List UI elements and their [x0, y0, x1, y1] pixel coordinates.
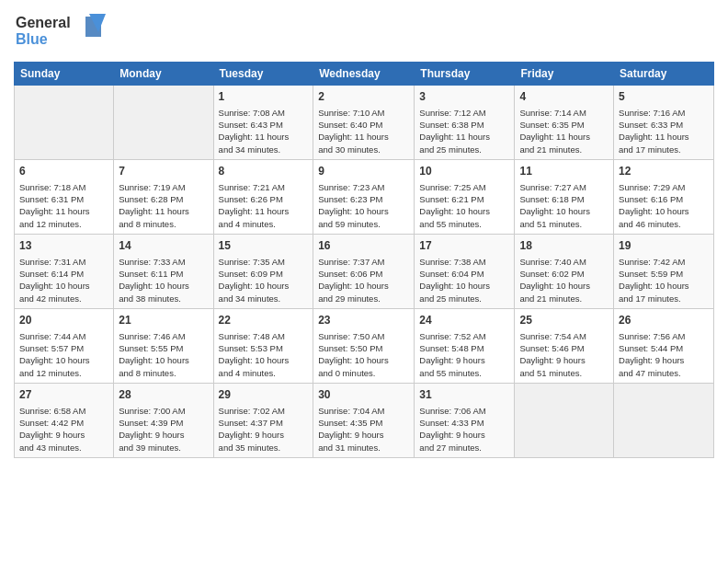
day-number: 30 [318, 387, 409, 403]
calendar-cell: 23Sunrise: 7:50 AM Sunset: 5:50 PM Dayli… [313, 308, 415, 383]
calendar-cell: 4Sunrise: 7:14 AM Sunset: 6:35 PM Daylig… [515, 86, 614, 160]
day-number: 12 [619, 164, 709, 179]
weekday-header-sunday: Sunday [15, 63, 114, 86]
day-info: Sunrise: 7:04 AM Sunset: 4:35 PM Dayligh… [318, 405, 409, 454]
calendar-cell: 28Sunrise: 7:00 AM Sunset: 4:39 PM Dayli… [114, 383, 213, 457]
day-info: Sunrise: 7:00 AM Sunset: 4:39 PM Dayligh… [119, 405, 208, 454]
calendar-cell [15, 86, 114, 160]
day-info: Sunrise: 7:06 AM Sunset: 4:33 PM Dayligh… [419, 405, 509, 454]
day-number: 16 [318, 238, 409, 254]
svg-text:Blue: Blue [16, 31, 48, 47]
day-info: Sunrise: 7:25 AM Sunset: 6:21 PM Dayligh… [419, 181, 509, 230]
day-number: 21 [119, 313, 208, 328]
calendar-cell: 5Sunrise: 7:16 AM Sunset: 6:33 PM Daylig… [614, 86, 714, 160]
calendar-cell: 22Sunrise: 7:48 AM Sunset: 5:53 PM Dayli… [213, 308, 313, 383]
logo-text: General Blue [14, 9, 115, 54]
calendar-week-row: 1Sunrise: 7:08 AM Sunset: 6:43 PM Daylig… [15, 86, 714, 160]
weekday-header-monday: Monday [114, 63, 213, 86]
weekday-header-wednesday: Wednesday [313, 63, 415, 86]
day-info: Sunrise: 7:38 AM Sunset: 6:04 PM Dayligh… [419, 256, 509, 304]
day-info: Sunrise: 7:40 AM Sunset: 6:02 PM Dayligh… [519, 256, 609, 304]
day-number: 3 [419, 89, 509, 105]
day-number: 27 [19, 387, 108, 403]
day-number: 4 [519, 89, 609, 105]
day-number: 14 [119, 238, 208, 254]
day-number: 31 [419, 387, 509, 403]
calendar-cell [114, 86, 213, 160]
day-info: Sunrise: 7:16 AM Sunset: 6:33 PM Dayligh… [619, 107, 709, 155]
day-info: Sunrise: 7:23 AM Sunset: 6:23 PM Dayligh… [318, 181, 409, 230]
day-info: Sunrise: 7:46 AM Sunset: 5:55 PM Dayligh… [119, 330, 208, 379]
day-number: 20 [19, 313, 108, 328]
calendar-cell: 2Sunrise: 7:10 AM Sunset: 6:40 PM Daylig… [313, 86, 415, 160]
day-info: Sunrise: 7:27 AM Sunset: 6:18 PM Dayligh… [519, 181, 609, 230]
calendar-cell: 21Sunrise: 7:46 AM Sunset: 5:55 PM Dayli… [114, 308, 213, 383]
calendar-cell: 6Sunrise: 7:18 AM Sunset: 6:31 PM Daylig… [15, 159, 114, 234]
calendar-cell: 12Sunrise: 7:29 AM Sunset: 6:16 PM Dayli… [614, 159, 714, 234]
calendar-cell: 8Sunrise: 7:21 AM Sunset: 6:26 PM Daylig… [213, 159, 313, 234]
calendar-cell: 30Sunrise: 7:04 AM Sunset: 4:35 PM Dayli… [313, 383, 415, 457]
day-info: Sunrise: 7:14 AM Sunset: 6:35 PM Dayligh… [519, 107, 609, 155]
day-number: 17 [419, 238, 509, 254]
calendar-cell: 1Sunrise: 7:08 AM Sunset: 6:43 PM Daylig… [213, 86, 313, 160]
calendar-cell: 25Sunrise: 7:54 AM Sunset: 5:46 PM Dayli… [515, 308, 614, 383]
calendar-cell: 29Sunrise: 7:02 AM Sunset: 4:37 PM Dayli… [213, 383, 313, 457]
weekday-header-thursday: Thursday [415, 63, 515, 86]
calendar-cell [614, 383, 714, 457]
day-number: 19 [619, 238, 709, 254]
day-info: Sunrise: 7:21 AM Sunset: 6:26 PM Dayligh… [219, 181, 309, 230]
day-number: 15 [219, 238, 309, 254]
day-info: Sunrise: 7:35 AM Sunset: 6:09 PM Dayligh… [219, 256, 309, 304]
logo: General Blue [14, 9, 115, 54]
day-number: 29 [219, 387, 309, 403]
day-number: 9 [318, 164, 409, 179]
day-info: Sunrise: 7:48 AM Sunset: 5:53 PM Dayligh… [219, 330, 309, 379]
calendar-cell: 13Sunrise: 7:31 AM Sunset: 6:14 PM Dayli… [15, 234, 114, 308]
day-info: Sunrise: 7:29 AM Sunset: 6:16 PM Dayligh… [619, 181, 709, 230]
calendar-week-row: 27Sunrise: 6:58 AM Sunset: 4:42 PM Dayli… [15, 383, 714, 457]
calendar-week-row: 20Sunrise: 7:44 AM Sunset: 5:57 PM Dayli… [15, 308, 714, 383]
calendar-cell: 14Sunrise: 7:33 AM Sunset: 6:11 PM Dayli… [114, 234, 213, 308]
day-info: Sunrise: 7:52 AM Sunset: 5:48 PM Dayligh… [419, 330, 509, 379]
day-info: Sunrise: 7:19 AM Sunset: 6:28 PM Dayligh… [119, 181, 208, 230]
day-number: 25 [519, 313, 609, 328]
day-number: 6 [19, 164, 108, 179]
day-number: 18 [519, 238, 609, 254]
calendar-header-row: SundayMondayTuesdayWednesdayThursdayFrid… [15, 63, 714, 86]
day-number: 26 [619, 313, 709, 328]
calendar-cell: 10Sunrise: 7:25 AM Sunset: 6:21 PM Dayli… [415, 159, 515, 234]
calendar-cell: 7Sunrise: 7:19 AM Sunset: 6:28 PM Daylig… [114, 159, 213, 234]
day-number: 22 [219, 313, 309, 328]
day-info: Sunrise: 7:42 AM Sunset: 5:59 PM Dayligh… [619, 256, 709, 304]
weekday-header-friday: Friday [515, 63, 614, 86]
day-info: Sunrise: 7:08 AM Sunset: 6:43 PM Dayligh… [219, 107, 309, 155]
day-info: Sunrise: 7:44 AM Sunset: 5:57 PM Dayligh… [19, 330, 108, 379]
day-info: Sunrise: 7:37 AM Sunset: 6:06 PM Dayligh… [318, 256, 409, 304]
calendar-cell: 3Sunrise: 7:12 AM Sunset: 6:38 PM Daylig… [415, 86, 515, 160]
svg-text:General: General [16, 15, 71, 30]
day-number: 11 [519, 164, 609, 179]
day-number: 2 [318, 89, 409, 105]
day-info: Sunrise: 7:10 AM Sunset: 6:40 PM Dayligh… [318, 107, 409, 155]
calendar-cell: 24Sunrise: 7:52 AM Sunset: 5:48 PM Dayli… [415, 308, 515, 383]
day-number: 10 [419, 164, 509, 179]
calendar-cell: 16Sunrise: 7:37 AM Sunset: 6:06 PM Dayli… [313, 234, 415, 308]
calendar-cell: 15Sunrise: 7:35 AM Sunset: 6:09 PM Dayli… [213, 234, 313, 308]
day-info: Sunrise: 7:12 AM Sunset: 6:38 PM Dayligh… [419, 107, 509, 155]
day-info: Sunrise: 7:56 AM Sunset: 5:44 PM Dayligh… [619, 330, 709, 379]
calendar-cell: 26Sunrise: 7:56 AM Sunset: 5:44 PM Dayli… [614, 308, 714, 383]
day-info: Sunrise: 7:18 AM Sunset: 6:31 PM Dayligh… [19, 181, 108, 230]
calendar-cell: 18Sunrise: 7:40 AM Sunset: 6:02 PM Dayli… [515, 234, 614, 308]
calendar-cell: 31Sunrise: 7:06 AM Sunset: 4:33 PM Dayli… [415, 383, 515, 457]
calendar-cell: 9Sunrise: 7:23 AM Sunset: 6:23 PM Daylig… [313, 159, 415, 234]
day-number: 23 [318, 313, 409, 328]
calendar-cell: 17Sunrise: 7:38 AM Sunset: 6:04 PM Dayli… [415, 234, 515, 308]
calendar-cell: 20Sunrise: 7:44 AM Sunset: 5:57 PM Dayli… [15, 308, 114, 383]
day-number: 7 [119, 164, 208, 179]
page: General Blue SundayMondayTuesdayWednesda… [0, 0, 728, 467]
weekday-header-tuesday: Tuesday [213, 63, 313, 86]
day-number: 8 [219, 164, 309, 179]
day-info: Sunrise: 7:54 AM Sunset: 5:46 PM Dayligh… [519, 330, 609, 379]
day-info: Sunrise: 7:33 AM Sunset: 6:11 PM Dayligh… [119, 256, 208, 304]
day-number: 28 [119, 387, 208, 403]
